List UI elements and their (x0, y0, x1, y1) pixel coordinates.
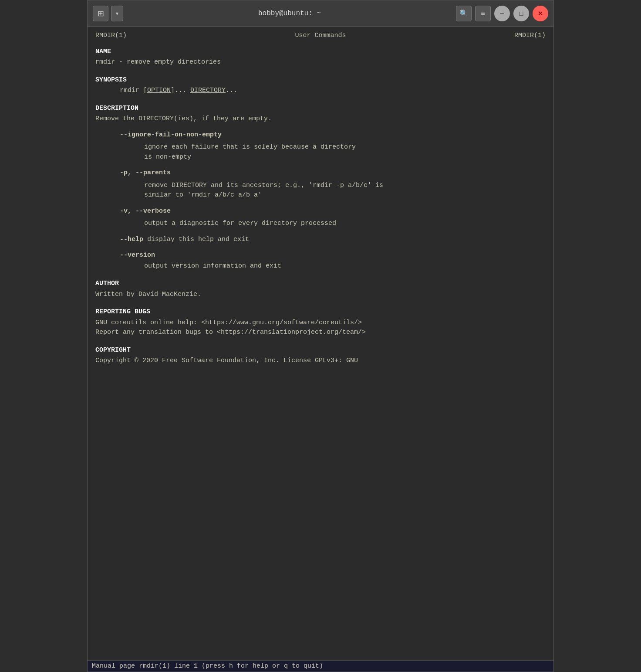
opt5-name: --version (120, 251, 155, 259)
synopsis-mid: ]... (171, 87, 190, 94)
opt4-name: --help (120, 236, 143, 243)
opt3-name: -v, --verbose (120, 207, 546, 217)
synopsis-option: OPTION (147, 87, 171, 94)
author-section-title: AUTHOR (95, 279, 546, 289)
status-bar-text: Manual page rmdir(1) line 1 (press h for… (92, 662, 323, 670)
new-tab-button[interactable]: ⊞ (93, 6, 108, 21)
copyright-section-title: COPYRIGHT (95, 346, 546, 356)
opt3-name-pre: -v, -- (120, 207, 143, 215)
synopsis-line: rmdir [OPTION]... DIRECTORY... (120, 86, 546, 96)
bugs-text2: Report any translation bugs to <https://… (95, 328, 546, 338)
bugs-text1: GNU coreutils online help: <https://www.… (95, 318, 546, 328)
titlebar-left-controls: ⊞ ▾ (93, 6, 123, 21)
copyright-text: Copyright © 2020 Free Software Foundatio… (95, 356, 546, 366)
header-center: User Commands (295, 31, 346, 41)
synopsis-end: ... (226, 87, 237, 94)
synopsis-section-title: SYNOPSIS (95, 75, 546, 85)
opt1-desc1: ignore each failure that is solely becau… (144, 143, 546, 153)
search-button[interactable]: 🔍 (456, 6, 472, 21)
opt2-desc2: similar to 'rmdir a/b/c a/b a' (144, 190, 546, 200)
description-text: Remove the DIRECTORY(ies), if they are e… (95, 114, 546, 124)
window-title: bobby@ubuntu: ~ (123, 10, 456, 17)
header-left: RMDIR(1) (95, 31, 127, 41)
synopsis-dir: DIRECTORY (190, 87, 226, 94)
name-section-title: NAME (95, 47, 546, 57)
opt2-name-pre: -p, -- (120, 169, 143, 176)
titlebar-right-controls: 🔍 ≡ ─ □ ✕ (456, 6, 548, 21)
dropdown-button[interactable]: ▾ (111, 6, 123, 21)
opt3-name-bold: verbose (143, 207, 171, 215)
man-page-content: RMDIR(1) User Commands RMDIR(1) NAME rmd… (95, 31, 546, 656)
titlebar: ⊞ ▾ bobby@ubuntu: ~ 🔍 ≡ ─ □ ✕ (88, 0, 553, 27)
name-text: rmdir - remove empty directories (95, 58, 546, 68)
close-button[interactable]: ✕ (533, 6, 548, 21)
opt3-desc: output a diagnostic for every directory … (144, 219, 546, 229)
opt1-desc2: is non-empty (144, 153, 546, 163)
menu-button[interactable]: ≡ (475, 6, 491, 21)
opt4-desc: display this help and exit (143, 236, 249, 243)
opt5-name-line: --version (120, 251, 546, 261)
status-bar: Manual page rmdir(1) line 1 (press h for… (88, 660, 553, 672)
maximize-button[interactable]: □ (513, 6, 529, 21)
opt4-line: --help display this help and exit (120, 235, 546, 245)
opt2-desc1: remove DIRECTORY and its ancestors; e.g.… (144, 181, 546, 191)
opt1-name: --ignore-fail-on-non-empty (120, 130, 546, 140)
terminal-body[interactable]: RMDIR(1) User Commands RMDIR(1) NAME rmd… (88, 27, 553, 660)
synopsis-pre: rmdir [ (120, 87, 147, 94)
opt2-name-bold: parents (143, 169, 171, 176)
man-page-header: RMDIR(1) User Commands RMDIR(1) (95, 31, 546, 41)
header-right: RMDIR(1) (514, 31, 546, 41)
terminal-window: ⊞ ▾ bobby@ubuntu: ~ 🔍 ≡ ─ □ ✕ RMDIR(1) U… (87, 0, 554, 672)
author-text: Written by David MacKenzie. (95, 290, 546, 300)
minimize-button[interactable]: ─ (494, 6, 510, 21)
description-section-title: DESCRIPTION (95, 104, 546, 114)
opt5-desc: output version information and exit (144, 261, 546, 272)
opt2-name: -p, --parents (120, 168, 546, 178)
bugs-section-title: REPORTING BUGS (95, 307, 546, 317)
